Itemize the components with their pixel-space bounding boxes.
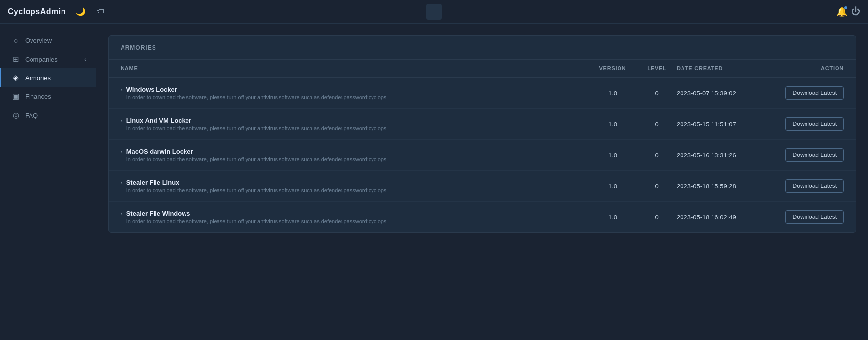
bookmark-icon[interactable]: 🏷	[93, 5, 107, 19]
app-title: CyclopsAdmin	[8, 7, 66, 16]
row-action: Download Latest	[765, 179, 844, 193]
row-action: Download Latest	[765, 210, 844, 224]
header-right: 🔔 ⏻	[837, 6, 860, 17]
row-name-content: Stealer File Windows In order to downloa…	[126, 210, 387, 224]
sidebar-item-companies[interactable]: ⊞ Companies ‹	[0, 50, 96, 68]
armories-title: ARMORIES	[121, 44, 156, 51]
table-row: › Stealer File Windows In order to downl…	[109, 202, 856, 232]
row-action: Download Latest	[765, 148, 844, 162]
power-button[interactable]: ⏻	[851, 6, 860, 17]
row-name-cell: › Stealer File Windows In order to downl…	[121, 210, 588, 224]
sidebar-item-armories[interactable]: ◈ Armories	[0, 68, 96, 87]
table-row: › Stealer File Linux In order to downloa…	[109, 171, 856, 202]
row-name: Windows Locker	[126, 86, 387, 93]
armories-header: ARMORIES	[109, 36, 856, 60]
table-row: › Windows Locker In order to download th…	[109, 78, 856, 109]
chevron-right-icon[interactable]: ›	[121, 149, 123, 155]
row-date: 2023-05-15 11:51:07	[677, 121, 765, 128]
sidebar-label-finances: Finances	[25, 93, 51, 100]
sidebar-item-faq[interactable]: ◎ FAQ	[0, 106, 96, 124]
row-name: Stealer File Windows	[126, 210, 387, 217]
sidebar-label-armories: Armories	[25, 74, 51, 82]
sidebar-label-companies: Companies	[25, 56, 58, 63]
th-name: NAME	[121, 65, 588, 71]
sidebar-label-faq: FAQ	[25, 112, 38, 119]
menu-button[interactable]: ⋮	[426, 4, 442, 20]
download-latest-button[interactable]: Download Latest	[785, 86, 844, 100]
row-name-cell: › Linux And VM Locker In order to downlo…	[121, 117, 588, 131]
row-date: 2023-05-18 16:02:49	[677, 214, 765, 221]
row-description: In order to download the software, pleas…	[126, 187, 387, 193]
row-action: Download Latest	[765, 117, 844, 131]
row-name-content: Linux And VM Locker In order to download…	[126, 117, 387, 131]
companies-collapse-icon: ‹	[84, 56, 86, 62]
sidebar-label-overview: Overview	[25, 37, 52, 44]
th-level: LEVEL	[637, 65, 677, 71]
dark-mode-icon[interactable]: 🌙	[74, 5, 88, 19]
row-name: Linux And VM Locker	[126, 117, 387, 124]
row-description: In order to download the software, pleas…	[126, 156, 387, 162]
faq-icon: ◎	[11, 111, 20, 120]
th-action: ACTION	[765, 65, 844, 71]
row-name-content: Windows Locker In order to download the …	[126, 86, 387, 100]
chevron-right-icon[interactable]: ›	[121, 211, 123, 216]
row-level: 0	[637, 152, 677, 159]
table-row: › MacOS darwin Locker In order to downlo…	[109, 140, 856, 171]
row-name: MacOS darwin Locker	[126, 148, 387, 155]
row-version: 1.0	[588, 90, 637, 97]
armories-card: ARMORIES NAME VERSION LEVEL DATE CREATED…	[108, 35, 856, 233]
row-date: 2023-05-07 15:39:02	[677, 90, 765, 97]
row-description: In order to download the software, pleas…	[126, 218, 387, 224]
row-date: 2023-05-16 13:31:26	[677, 152, 765, 159]
row-description: In order to download the software, pleas…	[126, 94, 387, 100]
th-date: DATE CREATED	[677, 65, 765, 71]
row-date: 2023-05-18 15:59:28	[677, 183, 765, 190]
row-level: 0	[637, 214, 677, 221]
notification-dot	[844, 6, 847, 9]
table-row: › Linux And VM Locker In order to downlo…	[109, 109, 856, 140]
download-latest-button[interactable]: Download Latest	[785, 210, 844, 224]
row-name-cell: › Windows Locker In order to download th…	[121, 86, 588, 100]
chevron-right-icon[interactable]: ›	[121, 180, 123, 185]
row-description: In order to download the software, pleas…	[126, 125, 387, 131]
table-header: NAME VERSION LEVEL DATE CREATED ACTION	[109, 60, 856, 78]
companies-icon: ⊞	[11, 55, 20, 63]
armories-icon: ◈	[11, 73, 20, 82]
th-version: VERSION	[588, 65, 637, 71]
row-level: 0	[637, 90, 677, 97]
notification-button[interactable]: 🔔	[837, 6, 847, 17]
row-version: 1.0	[588, 183, 637, 190]
chevron-right-icon[interactable]: ›	[121, 87, 123, 93]
finances-icon: ▣	[11, 92, 20, 101]
row-name-content: MacOS darwin Locker In order to download…	[126, 148, 387, 162]
row-name-cell: › MacOS darwin Locker In order to downlo…	[121, 148, 588, 162]
main-content: ARMORIES NAME VERSION LEVEL DATE CREATED…	[96, 24, 868, 340]
row-action: Download Latest	[765, 86, 844, 100]
table-container: NAME VERSION LEVEL DATE CREATED ACTION ›…	[109, 60, 856, 232]
top-header: CyclopsAdmin 🌙 🏷 ⋮ 🔔 ⏻	[0, 0, 868, 24]
row-level: 0	[637, 121, 677, 128]
row-level: 0	[637, 183, 677, 190]
row-version: 1.0	[588, 121, 637, 128]
sidebar-item-overview[interactable]: ○ Overview	[0, 31, 96, 50]
row-name: Stealer File Linux	[126, 179, 387, 186]
header-icons: 🌙 🏷	[74, 5, 107, 19]
overview-icon: ○	[11, 36, 20, 45]
row-name-cell: › Stealer File Linux In order to downloa…	[121, 179, 588, 193]
sidebar-item-finances[interactable]: ▣ Finances	[0, 87, 96, 106]
chevron-right-icon[interactable]: ›	[121, 118, 123, 124]
row-name-content: Stealer File Linux In order to download …	[126, 179, 387, 193]
download-latest-button[interactable]: Download Latest	[785, 179, 844, 193]
download-latest-button[interactable]: Download Latest	[785, 117, 844, 131]
sidebar: ○ Overview ⊞ Companies ‹ ◈ Armories ▣ Fi…	[0, 24, 96, 340]
download-latest-button[interactable]: Download Latest	[785, 148, 844, 162]
row-version: 1.0	[588, 152, 637, 159]
row-version: 1.0	[588, 214, 637, 221]
